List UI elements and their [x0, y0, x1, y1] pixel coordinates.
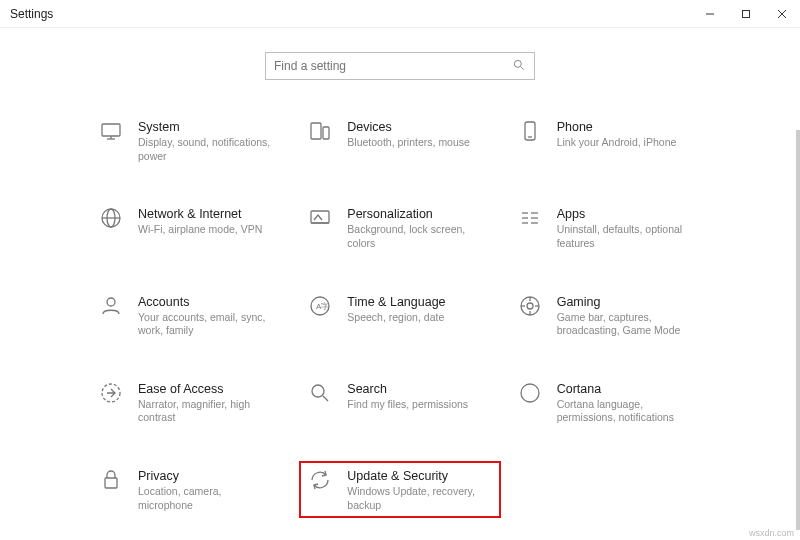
network-icon: [98, 205, 124, 231]
category-title: Accounts: [138, 295, 278, 309]
category-update[interactable]: Update & SecurityWindows Update, recover…: [299, 461, 500, 518]
category-text: AppsUninstall, defaults, optional featur…: [557, 205, 697, 250]
category-title: Cortana: [557, 382, 697, 396]
category-gaming[interactable]: GamingGame bar, captures, broadcasting, …: [509, 287, 710, 344]
titlebar: Settings: [0, 0, 800, 28]
scrollbar[interactable]: [796, 130, 800, 530]
svg-rect-1: [743, 10, 750, 17]
category-personalization[interactable]: PersonalizationBackground, lock screen, …: [299, 199, 500, 256]
cortana-icon: [517, 380, 543, 406]
system-icon: [98, 118, 124, 144]
devices-icon: [307, 118, 333, 144]
category-desc: Display, sound, notifications, power: [138, 136, 278, 163]
search-input[interactable]: [274, 59, 512, 73]
accounts-icon: [98, 293, 124, 319]
time-icon: [307, 293, 333, 319]
apps-icon: [517, 205, 543, 231]
category-desc: Location, camera, microphone: [138, 485, 278, 512]
search-icon: [512, 58, 526, 75]
category-search[interactable]: SearchFind my files, permissions: [299, 374, 500, 431]
category-text: PersonalizationBackground, lock screen, …: [347, 205, 487, 250]
window-controls: [692, 0, 800, 28]
category-text: DevicesBluetooth, printers, mouse: [347, 118, 470, 150]
category-text: GamingGame bar, captures, broadcasting, …: [557, 293, 697, 338]
ease-icon: [98, 380, 124, 406]
close-button[interactable]: [764, 0, 800, 28]
category-desc: Your accounts, email, sync, work, family: [138, 311, 278, 338]
category-title: Time & Language: [347, 295, 445, 309]
category-desc: Find my files, permissions: [347, 398, 468, 412]
window-title: Settings: [10, 7, 53, 21]
category-title: Update & Security: [347, 469, 487, 483]
search-box[interactable]: [265, 52, 535, 80]
category-text: PhoneLink your Android, iPhone: [557, 118, 677, 150]
category-desc: Narrator, magnifier, high contrast: [138, 398, 278, 425]
privacy-icon: [98, 467, 124, 493]
category-desc: Cortana language, permissions, notificat…: [557, 398, 697, 425]
category-time[interactable]: Time & LanguageSpeech, region, date: [299, 287, 500, 344]
category-title: Apps: [557, 207, 697, 221]
category-title: Search: [347, 382, 468, 396]
category-title: Privacy: [138, 469, 278, 483]
category-desc: Game bar, captures, broadcasting, Game M…: [557, 311, 697, 338]
category-desc: Speech, region, date: [347, 311, 445, 325]
maximize-button[interactable]: [728, 0, 764, 28]
category-text: CortanaCortana language, permissions, no…: [557, 380, 697, 425]
category-text: Network & InternetWi-Fi, airplane mode, …: [138, 205, 262, 237]
category-title: Phone: [557, 120, 677, 134]
category-ease[interactable]: Ease of AccessNarrator, magnifier, high …: [90, 374, 291, 431]
category-desc: Bluetooth, printers, mouse: [347, 136, 470, 150]
category-text: Ease of AccessNarrator, magnifier, high …: [138, 380, 278, 425]
category-text: AccountsYour accounts, email, sync, work…: [138, 293, 278, 338]
search-icon: [307, 380, 333, 406]
category-cortana[interactable]: CortanaCortana language, permissions, no…: [509, 374, 710, 431]
category-text: Time & LanguageSpeech, region, date: [347, 293, 445, 325]
category-apps[interactable]: AppsUninstall, defaults, optional featur…: [509, 199, 710, 256]
minimize-button[interactable]: [692, 0, 728, 28]
category-text: SearchFind my files, permissions: [347, 380, 468, 412]
personalization-icon: [307, 205, 333, 231]
category-phone[interactable]: PhoneLink your Android, iPhone: [509, 112, 710, 169]
category-desc: Link your Android, iPhone: [557, 136, 677, 150]
watermark: wsxdn.com: [749, 528, 794, 538]
category-text: PrivacyLocation, camera, microphone: [138, 467, 278, 512]
category-privacy[interactable]: PrivacyLocation, camera, microphone: [90, 461, 291, 518]
category-text: SystemDisplay, sound, notifications, pow…: [138, 118, 278, 163]
category-desc: Background, lock screen, colors: [347, 223, 487, 250]
categories-grid: SystemDisplay, sound, notifications, pow…: [90, 112, 710, 518]
category-title: Network & Internet: [138, 207, 262, 221]
category-accounts[interactable]: AccountsYour accounts, email, sync, work…: [90, 287, 291, 344]
category-title: Personalization: [347, 207, 487, 221]
category-title: System: [138, 120, 278, 134]
category-system[interactable]: SystemDisplay, sound, notifications, pow…: [90, 112, 291, 169]
category-desc: Uninstall, defaults, optional features: [557, 223, 697, 250]
category-text: Update & SecurityWindows Update, recover…: [347, 467, 487, 512]
gaming-icon: [517, 293, 543, 319]
category-desc: Wi-Fi, airplane mode, VPN: [138, 223, 262, 237]
category-network[interactable]: Network & InternetWi-Fi, airplane mode, …: [90, 199, 291, 256]
svg-point-4: [514, 60, 521, 67]
phone-icon: [517, 118, 543, 144]
category-desc: Windows Update, recovery, backup: [347, 485, 487, 512]
update-icon: [307, 467, 333, 493]
svg-line-5: [521, 66, 524, 69]
category-title: Gaming: [557, 295, 697, 309]
category-title: Devices: [347, 120, 470, 134]
category-title: Ease of Access: [138, 382, 278, 396]
category-devices[interactable]: DevicesBluetooth, printers, mouse: [299, 112, 500, 169]
